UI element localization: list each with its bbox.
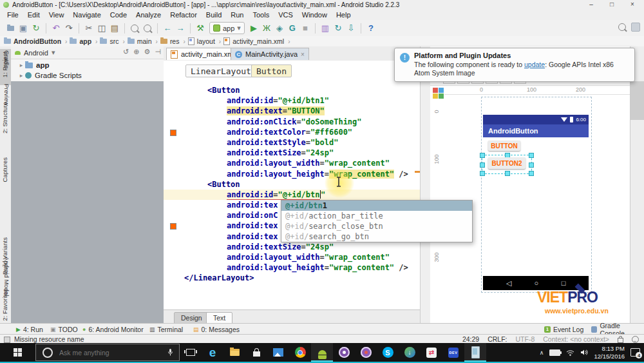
menu-item[interactable]: Run: [226, 11, 248, 19]
file-encoding[interactable]: UTF-8: [516, 335, 535, 343]
save-icon[interactable]: ▣: [17, 23, 30, 34]
attach-debugger-icon[interactable]: G: [286, 23, 299, 34]
completion-item[interactable]: @+id/action_bar_title: [281, 211, 472, 221]
preview-button2[interactable]: BUTTON2: [488, 157, 526, 169]
completion-item[interactable]: @+id/search_go_btn: [281, 231, 472, 242]
breadcrumb-item-res[interactable]: res: [160, 37, 180, 45]
undo-icon[interactable]: ↶: [50, 23, 62, 34]
idm-icon[interactable]: ↓: [399, 343, 421, 362]
menu-item[interactable]: Window: [298, 11, 332, 19]
media-player-icon[interactable]: [333, 343, 355, 362]
redo-icon[interactable]: ↷: [62, 23, 75, 34]
menu-item[interactable]: Help: [332, 11, 355, 19]
debug-icon[interactable]: Ж: [260, 23, 273, 34]
hide-panel-icon[interactable]: ⊣: [155, 48, 161, 56]
tool-tab-captures[interactable]: Captures: [1, 157, 8, 182]
toolwindow-android-monitor[interactable]: ● 6: Android Monitor: [82, 324, 144, 334]
run-configuration-select[interactable]: app ▾: [209, 22, 245, 34]
menu-item[interactable]: Edit: [23, 11, 44, 19]
replace-icon[interactable]: [141, 23, 154, 34]
context-indicator[interactable]: Context: <no context>: [543, 335, 609, 343]
volume-icon[interactable]: [580, 349, 588, 356]
toolwindow-terminal[interactable]: ▥ Terminal: [149, 324, 183, 334]
menu-item[interactable]: Refactor: [166, 11, 202, 19]
photos-icon[interactable]: [267, 343, 289, 362]
back-icon[interactable]: ←: [161, 23, 174, 34]
update-link[interactable]: update: [524, 61, 545, 68]
build-icon[interactable]: ⚒: [194, 23, 207, 34]
menu-item[interactable]: Analyze: [131, 11, 166, 19]
cortana-search[interactable]: [35, 344, 180, 361]
sync-icon[interactable]: ↻: [30, 23, 43, 34]
search-everywhere-icon[interactable]: [618, 23, 626, 31]
panel-settings-icon[interactable]: ⚙: [144, 48, 151, 56]
expander-icon[interactable]: ▸: [17, 62, 25, 68]
cursor-position[interactable]: 24:29: [462, 335, 479, 343]
maximize-button[interactable]: □: [601, 0, 622, 9]
menu-item[interactable]: VCS: [274, 11, 298, 19]
android-studio-icon[interactable]: [311, 343, 333, 362]
stop-icon[interactable]: ■: [299, 23, 312, 34]
battery-icon[interactable]: [549, 349, 560, 356]
project-view-selector[interactable]: Android ▾ ↺ ⊕ ⚙ ⊣: [11, 46, 164, 59]
toolwindow-switcher-icon[interactable]: [4, 337, 10, 343]
tree-item-gradle-scripts[interactable]: ▸ Gradle Scripts: [11, 70, 164, 81]
search-input[interactable]: [58, 348, 151, 357]
crumb-linearlayout[interactable]: LinearLayout: [185, 64, 256, 77]
line-endings[interactable]: CRLF:: [488, 335, 507, 343]
close-button[interactable]: ×: [622, 0, 643, 9]
menu-item[interactable]: Navigate: [68, 11, 105, 19]
preview-button1[interactable]: BUTTON: [488, 141, 520, 151]
tool-tab-preview[interactable]: Preview: [3, 84, 10, 106]
minimize-button[interactable]: –: [581, 0, 601, 9]
open-icon[interactable]: [4, 23, 17, 34]
skype-icon[interactable]: S: [377, 343, 399, 362]
tool-tab-android-model[interactable]: Android Model: [3, 257, 10, 296]
edge-icon[interactable]: e: [202, 343, 223, 362]
menu-item[interactable]: File: [3, 11, 23, 19]
crumb-button[interactable]: Button: [251, 64, 292, 77]
tab-design[interactable]: Design: [174, 312, 209, 324]
toolwindow-gradle-console[interactable]: Gradle Console: [591, 324, 644, 334]
locate-file-icon[interactable]: ⊕: [133, 48, 139, 56]
cut-icon[interactable]: ✂: [82, 23, 95, 34]
completion-item[interactable]: @+id/search_close_btn: [281, 221, 472, 231]
store-icon[interactable]: [245, 343, 267, 362]
breadcrumb-item-project[interactable]: AndroidButton: [4, 37, 61, 45]
breadcrumb-item-src[interactable]: src: [100, 37, 118, 45]
code-editor[interactable]: <Buttonandroid:id="@+id/btn1"android:tex…: [164, 81, 420, 309]
coverage-icon[interactable]: ◈: [273, 23, 286, 34]
tool-tab-structure[interactable]: 2: Structure: [1, 102, 8, 133]
sdk-manager-icon[interactable]: ⇩: [345, 23, 357, 34]
chrome-icon[interactable]: [289, 343, 311, 362]
tab-main-activity-java[interactable]: C MainActivity.java ×: [231, 48, 309, 60]
mic-icon[interactable]: [167, 348, 173, 357]
tool-tab-gradle[interactable]: Gradle: [3, 50, 10, 69]
paste-icon[interactable]: ▤: [108, 23, 121, 34]
menu-item[interactable]: Tools: [248, 11, 274, 19]
run-icon[interactable]: ▶: [247, 23, 260, 34]
tab-text[interactable]: Text: [206, 312, 232, 324]
expander-icon[interactable]: ▸: [17, 72, 25, 79]
copy-icon[interactable]: ◫: [95, 23, 108, 34]
breadcrumb-item-main[interactable]: main: [128, 37, 152, 45]
avd-manager-icon[interactable]: ▥: [319, 23, 332, 34]
phone-emulator-icon[interactable]: [464, 343, 486, 362]
refresh-panel-icon[interactable]: ↺: [123, 48, 129, 56]
breadcrumb-item-app[interactable]: app: [70, 37, 91, 45]
help-icon[interactable]: ?: [365, 23, 377, 34]
toolwindow-messages[interactable]: ▤ 0: Messages: [193, 324, 240, 334]
tree-item-app[interactable]: ▸ app: [11, 60, 164, 70]
media-player-2-icon[interactable]: [355, 343, 377, 362]
devcpp-icon[interactable]: DEV: [442, 343, 464, 362]
file-explorer-icon[interactable]: [223, 343, 245, 362]
inspections-icon[interactable]: [632, 336, 639, 343]
clock[interactable]: 8:13 PM 12/15/2016: [594, 345, 625, 360]
breadcrumb-item-layout[interactable]: layout: [188, 37, 215, 45]
forward-icon[interactable]: →: [174, 23, 187, 34]
teamviewer-icon[interactable]: ⇄: [421, 343, 442, 362]
lock-icon[interactable]: [618, 338, 623, 343]
menu-item[interactable]: Code: [106, 11, 131, 19]
menu-item[interactable]: Build: [202, 11, 226, 19]
action-center-icon[interactable]: 4: [630, 348, 640, 357]
